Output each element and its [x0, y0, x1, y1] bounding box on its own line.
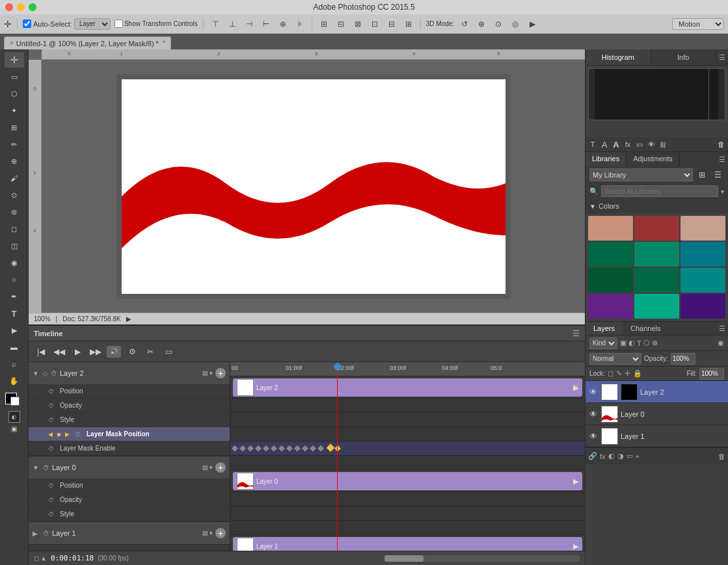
lib-grid-view-btn[interactable]: ⊞ [695, 168, 708, 181]
minimize-button[interactable] [17, 3, 25, 11]
align-vcenter-btn[interactable]: ⊥ [226, 18, 239, 31]
layer-delete-btn[interactable]: 🗑 [718, 453, 725, 460]
clone-tool[interactable]: ⊙ [5, 187, 24, 203]
pen-tool[interactable]: ✒ [5, 289, 24, 304]
heal-tool[interactable]: ⊕ [5, 153, 24, 169]
3d-zoom-btn[interactable]: ⊙ [492, 18, 505, 31]
3d-pan-btn[interactable]: ⊕ [475, 18, 488, 31]
color-swatch-6[interactable] [588, 268, 633, 293]
tl-layer-0-bar[interactable]: Layer 0 ▶ [233, 472, 582, 490]
layer-1-visibility-toggle[interactable]: 👁 [588, 431, 599, 441]
layers-panel-layer-0[interactable]: 👁 Layer 0 [586, 403, 728, 425]
eyedropper-tool[interactable]: ✏ [5, 137, 24, 152]
color-swatch-1[interactable] [634, 216, 679, 241]
layer-fx-btn[interactable]: fx [600, 453, 606, 460]
screen-mode-btn[interactable]: ▣ [11, 425, 17, 432]
dodge-tool[interactable]: ○ [5, 272, 24, 287]
libraries-panel-menu[interactable]: ☰ [716, 152, 728, 166]
move-tool[interactable]: ✛ [5, 52, 24, 68]
tl-mask-next-kf-icon[interactable]: ▶ [65, 431, 70, 438]
brush-tool[interactable]: 🖌 [5, 170, 24, 186]
distribute6-btn[interactable]: ⊞ [402, 18, 415, 31]
rp-tool-2[interactable]: A [599, 138, 610, 150]
tl-layer-1-expand-icon[interactable]: ▶ [33, 530, 40, 537]
info-tab[interactable]: Info [651, 49, 717, 65]
lasso-tool[interactable]: ⬡ [5, 86, 24, 101]
layers-panel-layer-2[interactable]: 👁 Layer 2 [586, 381, 728, 403]
canvas-inner[interactable] [122, 79, 506, 294]
tl-next-frame-btn[interactable]: ▶▶ [88, 346, 103, 358]
layer-group-btn[interactable]: ▭ [627, 452, 633, 460]
filter-shape-icon[interactable]: ⬡ [643, 339, 650, 347]
auto-select-checkbox[interactable] [23, 20, 31, 28]
libraries-tab[interactable]: Libraries [586, 152, 627, 166]
opacity-input[interactable] [671, 353, 695, 365]
gradient-tool[interactable]: ◫ [5, 238, 24, 254]
tl-first-frame-btn[interactable]: |◀ [34, 346, 48, 358]
blend-mode-select[interactable]: Normal Multiply Screen [589, 353, 641, 365]
statusbar-arrow[interactable]: ▶ [126, 315, 131, 322]
align-right-btn[interactable]: ⊧ [293, 18, 306, 31]
tl-scrollbar-thumb[interactable] [384, 555, 424, 562]
color-swatch-3[interactable] [588, 242, 633, 267]
align-left-btn[interactable]: ⊢ [260, 18, 273, 31]
lock-transparent-icon[interactable]: ◻ [608, 369, 613, 378]
lib-list-view-btn[interactable]: ☰ [711, 168, 724, 181]
search-input[interactable] [601, 185, 718, 197]
color-swatch-10[interactable] [634, 294, 679, 319]
tl-layer-0-expand-icon[interactable]: ▼ [33, 464, 40, 471]
tl-play-btn[interactable]: ▶ [70, 346, 85, 358]
rp-eye-btn[interactable]: 👁 [645, 138, 657, 150]
timeline-menu-icon[interactable]: ☰ [573, 329, 580, 338]
color-swatch-7[interactable] [634, 268, 679, 293]
distribute3-btn[interactable]: ⊠ [351, 18, 364, 31]
color-swatch-9[interactable] [588, 294, 633, 319]
tl-layer-0-header[interactable]: ▼ ⏱ Layer 0 ▤ ▾ + [29, 456, 230, 479]
tl-layer-2-header[interactable]: ▼ ◇ ⏱ Layer 2 ▤ ▾ + [29, 362, 230, 384]
tl-layer-2-bar[interactable]: Layer 2 ▶ [233, 378, 582, 397]
layer-2-visibility-toggle[interactable]: 👁 [588, 387, 599, 397]
background-color[interactable] [10, 397, 20, 406]
tl-loop-btn[interactable]: ◻ [34, 555, 39, 562]
lock-all-icon[interactable]: 🔒 [633, 369, 642, 378]
tl-audio-mini-btn[interactable]: ▲ [40, 555, 47, 562]
tl-layer-2-expand-icon[interactable]: ▼ [33, 370, 40, 377]
color-swatch-5[interactable] [681, 242, 725, 267]
blur-tool[interactable]: ◉ [5, 255, 24, 270]
tl-prev-frame-btn[interactable]: ◀◀ [52, 346, 66, 358]
rp-tool-3[interactable]: A [610, 138, 622, 150]
layer-mask-btn[interactable]: ◐ [608, 452, 615, 460]
lock-image-icon[interactable]: ✎ [616, 369, 622, 378]
3d-rotate-btn[interactable]: ↺ [458, 18, 471, 31]
motion-dropdown[interactable]: Motion Design Painting [672, 18, 724, 30]
color-swatch-2[interactable] [681, 216, 725, 241]
tl-layer-2-arrow-icon[interactable]: ▾ [209, 370, 213, 376]
tl-layer-2-filmstrip-icon[interactable]: ▤ [202, 370, 208, 376]
document-tab[interactable]: × Untitled-1 @ 100% (Layer 2, Layer Mask… [4, 36, 171, 49]
fg-bg-colors[interactable] [5, 393, 23, 408]
channels-panel-tab[interactable]: Channels [623, 322, 668, 335]
history-brush-tool[interactable]: ⊚ [5, 204, 24, 220]
layer-0-visibility-toggle[interactable]: 👁 [588, 409, 599, 419]
magic-wand-tool[interactable]: ✦ [5, 103, 24, 118]
auto-select-dropdown[interactable]: Layer Group [74, 18, 111, 30]
color-swatch-4[interactable] [634, 242, 679, 267]
layer-new-btn[interactable]: + [636, 453, 640, 460]
tl-convert-btn[interactable]: ▭ [161, 346, 176, 358]
histogram-tab[interactable]: Histogram [586, 49, 651, 65]
tl-layer-0-filmstrip-icon[interactable]: ▤ [202, 464, 208, 471]
color-swatch-8[interactable] [681, 268, 725, 293]
tl-layer-0-add-btn[interactable]: + [215, 462, 226, 473]
tl-layer-1-header[interactable]: ▶ ⏱ Layer 1 ▤ ▾ + [29, 522, 230, 544]
tl-mask-add-kf-icon[interactable]: ◆ [57, 431, 61, 438]
path-select-tool[interactable]: ▶ [5, 322, 24, 338]
layers-panel-layer-1[interactable]: 👁 Layer 1 [586, 425, 728, 447]
fill-input[interactable] [699, 368, 724, 380]
layer-link-btn[interactable]: 🔗 [588, 452, 597, 460]
rp-fx-btn[interactable]: fx [622, 138, 634, 150]
filter-type-icon[interactable]: T [637, 339, 641, 347]
hand-tool[interactable]: ✋ [5, 373, 24, 389]
distribute4-btn[interactable]: ⊡ [368, 18, 381, 31]
tl-layer-1-filmstrip-icon[interactable]: ▤ [202, 530, 208, 536]
histogram-panel-menu[interactable]: ☰ [716, 49, 728, 65]
